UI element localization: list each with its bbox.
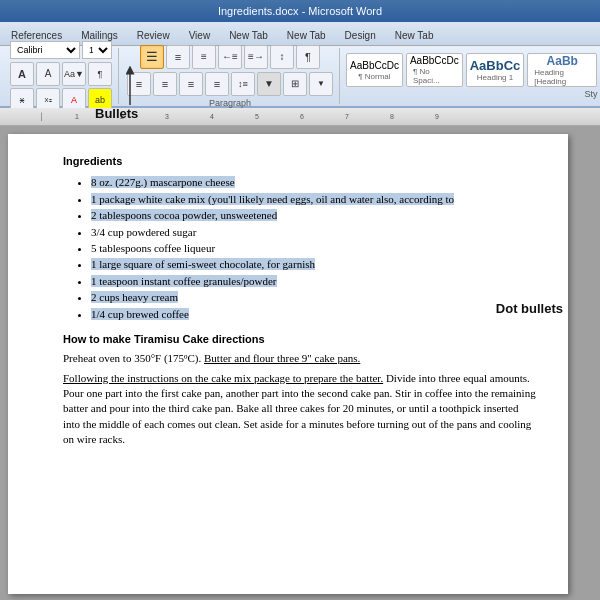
document-area: Ingredients 8 oz. (227g.) mascarpone che… [0,126,600,600]
list-item-text: 1/4 cup brewed coffee [91,308,189,320]
how-to-heading: How to make Tiramisu Cake directions [63,332,538,347]
font-section: Calibri 11 A A Aa▼ ¶ x x₂ A ab [4,48,119,104]
list-item: 1/4 cup brewed coffee [91,307,538,322]
tab-review[interactable]: Review [128,25,179,45]
font-name-dropdown[interactable]: Calibri [10,41,80,59]
callout-dot-bullets-text: Dot bullets [496,301,563,316]
style-normal-button[interactable]: AaBbCcDc ¶ Normal [346,53,403,87]
style-normal-label: ¶ Normal [358,72,390,81]
document-page: Ingredients 8 oz. (227g.) mascarpone che… [8,134,568,594]
ingredients-heading: Ingredients [63,154,538,169]
font-a-button[interactable]: A [36,62,60,86]
following-text: Following the instructions on the cake m… [63,372,383,384]
list-item: 2 cups heavy cream [91,290,538,305]
increase-indent-button[interactable]: ≡→ [244,45,268,69]
align-left-button[interactable]: ≡ [127,72,151,96]
ribbon-toolbar: Calibri 11 A A Aa▼ ¶ x x₂ A ab ☰ [0,46,600,108]
style-nospace-preview: AaBbCcDc [410,55,459,67]
callout-bullets-text: Bullets [95,106,138,121]
butter-text: Butter and flour three 9" cake pans. [204,352,360,364]
style-heading2-button[interactable]: AaBb Heading [Heading [527,53,597,87]
bullets-button[interactable]: ☰ [140,45,164,69]
tab-newtab2[interactable]: New Tab [278,25,335,45]
callout-dot-bullets: Dot bullets [496,300,563,318]
list-item-text: 1 teaspoon instant coffee granules/powde… [91,275,277,287]
list-item: 8 oz. (227g.) mascarpone cheese [91,175,538,190]
tab-newtab3[interactable]: New Tab [386,25,443,45]
style-nospace-label: ¶ No Spaci... [413,67,456,85]
style-heading1-label: Heading 1 [477,73,513,82]
bold-button[interactable]: A [10,62,34,86]
title-bar: Ingredients.docx - Microsoft Word [0,0,600,22]
list-item: 1 teaspoon instant coffee granules/powde… [91,274,538,289]
list-item-text: 2 cups heavy cream [91,291,178,303]
align-center-button[interactable]: ≡ [153,72,177,96]
title-text: Ingredients.docx - Microsoft Word [218,5,382,17]
show-hide-button[interactable]: ¶ [296,45,320,69]
shading-button[interactable]: ▼ [257,72,281,96]
ingredients-list: 8 oz. (227g.) mascarpone cheese 1 packag… [63,175,538,322]
following-paragraph: Following the instructions on the cake m… [63,371,538,448]
style-heading2-preview: AaBb [547,54,578,68]
heading-label-right: Heading [536,77,566,86]
multilevel-button[interactable]: ≡ [192,45,216,69]
preheat-text: Preheat oven to 350°F (175ºC). [63,352,201,364]
justify-button[interactable]: ≡ [205,72,229,96]
style-heading2-label: Heading [Heading [534,68,590,86]
preheat-paragraph: Preheat oven to 350°F (175ºC). Butter an… [63,351,538,366]
tab-design[interactable]: Design [336,25,385,45]
callout-bullets: Bullets [95,106,138,121]
numbering-button[interactable]: ≡ [166,45,190,69]
decrease-indent-button[interactable]: ←≡ [218,45,242,69]
list-item: 5 tablespoons coffee liqueur [91,241,538,256]
list-item: 2 tablespoons cocoa powder, unsweetened [91,208,538,223]
sort-button[interactable]: ↕ [270,45,294,69]
style-heading1-preview: AaBbCc [470,58,521,74]
font-size-dropdown[interactable]: 11 [82,41,112,59]
list-item-text: 8 oz. (227g.) mascarpone cheese [91,176,235,188]
list-item-text: 1 package white cake mix (you'll likely … [91,193,454,205]
list-item: 1 large square of semi-sweet chocolate, … [91,257,538,272]
font-extras-button[interactable]: ¶ [88,62,112,86]
styles-section: AaBbCcDc ¶ Normal AaBbCcDc ¶ No Spaci...… [342,48,600,104]
styles-label: Sty [584,89,597,99]
style-heading1-button[interactable]: AaBbCc Heading 1 [466,53,524,87]
list-item: 3/4 cup powdered sugar [91,225,538,240]
tab-newtab1[interactable]: New Tab [220,25,277,45]
list-item-text: 2 tablespoons cocoa powder, unsweetened [91,209,277,221]
list-item-text: 1 large square of semi-sweet chocolate, … [91,258,315,270]
style-normal-preview: AaBbCcDc [350,60,399,72]
borders-arrow-button[interactable]: ▼ [309,72,333,96]
paragraph-label: Paragraph [209,98,251,108]
style-nospace-button[interactable]: AaBbCcDc ¶ No Spaci... [406,53,463,87]
tab-view[interactable]: View [180,25,220,45]
aa-button[interactable]: Aa▼ [62,62,86,86]
ruler: │ 1 2 3 4 5 6 7 8 9 [0,108,600,126]
list-item: 1 package white cake mix (you'll likely … [91,192,538,207]
line-spacing-button[interactable]: ↕≡ [231,72,255,96]
borders-button[interactable]: ⊞ [283,72,307,96]
paragraph-section: ☰ ≡ ≡ ←≡ ≡→ ↕ ¶ ≡ ≡ ≡ ≡ ↕≡ ▼ ⊞ ▼ Paragra… [121,48,340,104]
align-right-button[interactable]: ≡ [179,72,203,96]
